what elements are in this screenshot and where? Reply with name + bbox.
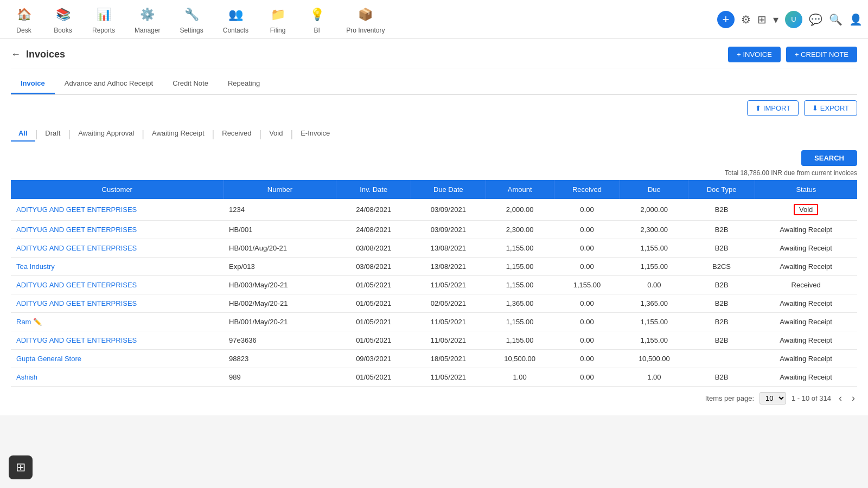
search-icon[interactable]: 🔍 bbox=[829, 13, 843, 26]
cell-due-date: 03/09/2021 bbox=[411, 221, 486, 239]
nav-books[interactable]: 📚 Books bbox=[44, 1, 81, 38]
filter-einvoice[interactable]: E-Invoice bbox=[293, 126, 337, 142]
nav-settings-label: Settings bbox=[180, 27, 203, 34]
items-per-page-select[interactable]: 10 25 50 bbox=[760, 392, 786, 404]
col-inv-date: Inv. Date bbox=[336, 180, 411, 199]
dropdown-icon[interactable]: ▾ bbox=[773, 13, 778, 26]
table-row: Tea IndustryExp/01303/08/202113/08/20211… bbox=[11, 258, 857, 276]
tab-invoice[interactable]: Invoice bbox=[11, 74, 55, 94]
cell-inv-date: 24/08/2021 bbox=[336, 221, 411, 239]
main-content: ← Invoices + INVOICE + CREDIT NOTE Invoi… bbox=[0, 39, 868, 415]
desk-icon: 🏠 bbox=[14, 5, 34, 24]
items-per-page-label: Items per page: bbox=[705, 394, 754, 402]
nav-manager[interactable]: ⚙️ Manager bbox=[126, 1, 169, 38]
nav-proinventory[interactable]: 📦 Pro Inventory bbox=[337, 1, 393, 38]
cell-received: 0.00 bbox=[554, 313, 620, 331]
cell-doc-type: B2B bbox=[688, 368, 755, 387]
credit-note-button[interactable]: + CREDIT NOTE bbox=[786, 47, 857, 62]
tab-repeating[interactable]: Repeating bbox=[218, 74, 270, 94]
filter-all[interactable]: All bbox=[11, 126, 35, 142]
cell-doc-type: B2B bbox=[688, 294, 755, 313]
table-row: Ram ✏️HB/001/May/20-2101/05/202111/05/20… bbox=[11, 313, 857, 331]
prev-page-button[interactable]: ‹ bbox=[837, 393, 844, 404]
nav-filing[interactable]: 📁 Filing bbox=[259, 1, 296, 38]
filter-received[interactable]: Received bbox=[214, 126, 259, 142]
nav-desk[interactable]: 🏠 Desk bbox=[5, 1, 42, 38]
cell-received: 0.00 bbox=[554, 294, 620, 313]
cell-inv-date: 03/08/2021 bbox=[336, 239, 411, 258]
cell-customer[interactable]: ADITYUG AND GEET ENTERPRISES bbox=[11, 239, 224, 258]
cell-customer[interactable]: ADITYUG AND GEET ENTERPRISES bbox=[11, 221, 224, 239]
reports-icon: 📊 bbox=[94, 5, 113, 24]
profile-icon[interactable]: 👤 bbox=[849, 13, 863, 26]
cell-status: Awaiting Receipt bbox=[755, 294, 857, 313]
cell-doc-type bbox=[688, 350, 755, 368]
cell-customer[interactable]: ADITYUG AND GEET ENTERPRISES bbox=[11, 294, 224, 313]
filter-tabs: All | Draft | Awaiting Approval | Awaiti… bbox=[11, 126, 337, 142]
nav-settings[interactable]: 🔧 Settings bbox=[171, 1, 212, 38]
cell-doc-type: B2B bbox=[688, 239, 755, 258]
page-header-left: ← Invoices bbox=[11, 49, 65, 60]
edit-icon[interactable]: ✏️ bbox=[33, 318, 42, 326]
cell-amount: 1,155.00 bbox=[486, 239, 554, 258]
nav-items: 🏠 Desk 📚 Books 📊 Reports ⚙️ Manager 🔧 Se… bbox=[5, 1, 717, 38]
cell-due-date: 18/05/2021 bbox=[411, 350, 486, 368]
col-status: Status bbox=[755, 180, 857, 199]
nav-contacts[interactable]: 👥 Contacts bbox=[214, 1, 257, 38]
cell-customer[interactable]: Ashish bbox=[11, 368, 224, 387]
cell-customer[interactable]: ADITYUG AND GEET ENTERPRISES bbox=[11, 331, 224, 350]
cell-due-date: 11/05/2021 bbox=[411, 313, 486, 331]
add-button[interactable]: + bbox=[717, 11, 735, 28]
pagination-bar: Items per page: 10 25 50 1 - 10 of 314 ‹… bbox=[11, 387, 857, 404]
search-button[interactable]: SEARCH bbox=[801, 150, 857, 166]
cell-amount: 1,365.00 bbox=[486, 294, 554, 313]
cell-number: 98823 bbox=[224, 350, 336, 368]
cell-due-date: 11/05/2021 bbox=[411, 276, 486, 294]
cell-number: HB/001/Aug/20-21 bbox=[224, 239, 336, 258]
chat-icon[interactable]: 💬 bbox=[809, 13, 822, 26]
col-number: Number bbox=[224, 180, 336, 199]
cell-doc-type: B2B bbox=[688, 276, 755, 294]
gear-icon[interactable]: ⚙ bbox=[741, 13, 751, 26]
nav-right: + ⚙ ⊞ ▾ U 💬 🔍 👤 bbox=[717, 11, 863, 28]
main-tabs: Invoice Advance and Adhoc Receipt Credit… bbox=[11, 74, 857, 95]
nav-bi[interactable]: 💡 BI bbox=[298, 1, 335, 38]
col-customer: Customer bbox=[11, 180, 224, 199]
nav-contacts-label: Contacts bbox=[223, 27, 248, 34]
cell-status: Awaiting Receipt bbox=[755, 239, 857, 258]
nav-proinventory-label: Pro Inventory bbox=[346, 27, 385, 34]
export-button[interactable]: ⬇ EXPORT bbox=[804, 100, 857, 116]
cell-amount: 10,500.00 bbox=[486, 350, 554, 368]
filter-draft[interactable]: Draft bbox=[37, 126, 68, 142]
filter-awaiting-receipt[interactable]: Awaiting Receipt bbox=[144, 126, 212, 142]
filter-void[interactable]: Void bbox=[261, 126, 290, 142]
nav-reports[interactable]: 📊 Reports bbox=[84, 1, 124, 38]
cell-due-date: 11/05/2021 bbox=[411, 331, 486, 350]
cell-customer[interactable]: ADITYUG AND GEET ENTERPRISES bbox=[11, 276, 224, 294]
back-button[interactable]: ← bbox=[11, 49, 21, 60]
cell-inv-date: 01/05/2021 bbox=[336, 368, 411, 387]
cell-received: 0.00 bbox=[554, 239, 620, 258]
cell-due: 10,500.00 bbox=[620, 350, 688, 368]
grid-icon[interactable]: ⊞ bbox=[757, 13, 767, 26]
nav-books-label: Books bbox=[54, 27, 72, 34]
manager-icon: ⚙️ bbox=[138, 5, 157, 24]
tab-credit-note[interactable]: Credit Note bbox=[163, 74, 218, 94]
page-header: ← Invoices + INVOICE + CREDIT NOTE bbox=[11, 39, 857, 68]
cell-number: 1234 bbox=[224, 199, 336, 221]
invoice-button[interactable]: + INVOICE bbox=[728, 47, 781, 62]
filter-bar: All | Draft | Awaiting Approval | Awaiti… bbox=[11, 118, 857, 146]
user-avatar[interactable]: U bbox=[785, 11, 802, 28]
tab-advance[interactable]: Advance and Adhoc Receipt bbox=[55, 74, 163, 94]
table-row: ADITYUG AND GEET ENTERPRISESHB/003/May/2… bbox=[11, 276, 857, 294]
cell-customer[interactable]: Tea Industry bbox=[11, 258, 224, 276]
filter-awaiting-approval[interactable]: Awaiting Approval bbox=[71, 126, 142, 142]
cell-customer[interactable]: Gupta General Store bbox=[11, 350, 224, 368]
cell-amount: 1,155.00 bbox=[486, 276, 554, 294]
import-button[interactable]: ⬆ IMPORT bbox=[747, 100, 799, 116]
col-received: Received bbox=[554, 180, 620, 199]
next-page-button[interactable]: › bbox=[850, 393, 857, 404]
cell-customer[interactable]: Ram ✏️ bbox=[11, 313, 224, 331]
customer-link[interactable]: Ram bbox=[16, 318, 31, 326]
cell-customer[interactable]: ADITYUG AND GEET ENTERPRISES bbox=[11, 199, 224, 221]
